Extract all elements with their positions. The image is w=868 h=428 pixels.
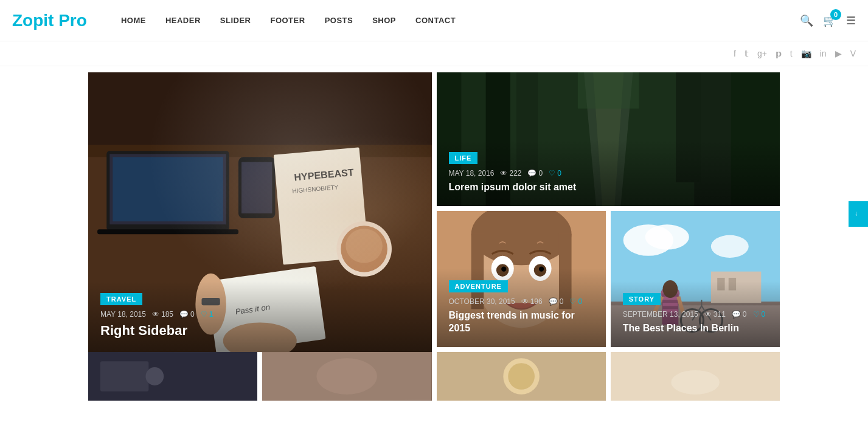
featured-comments: 💬 0 <box>179 310 195 319</box>
mid-right-meta: SEPTEMBER 13, 2015 👁 311 💬 0 ♡ 0 <box>623 310 768 319</box>
bottom-two-grid: ADVENTURE OCTOBER 30, 2015 👁 196 💬 0 ♡ 0… <box>437 211 780 347</box>
mid-right-comments: 💬 0 <box>732 310 747 319</box>
featured-likes: ♡ 1 <box>201 310 214 319</box>
social-bar: f 𝕥 g+ 𝗽 t 📷 in ▶ V <box>0 41 868 66</box>
menu-icon[interactable]: ☰ <box>846 14 856 27</box>
svg-text:HIGHSNOBIETY: HIGHSNOBIETY <box>292 184 339 195</box>
featured-meta: MAY 18, 2015 👁 185 💬 0 ♡ 1 <box>100 310 420 319</box>
mid-right-overlay: STORY SEPTEMBER 13, 2015 👁 311 💬 0 ♡ 0 T… <box>611 281 780 347</box>
svg-text:HYPEBEAST: HYPEBEAST <box>294 167 355 183</box>
site-header: Zopit Pro HOME HEADER SLIDER FOOTER POST… <box>0 0 868 41</box>
svg-rect-9 <box>274 147 369 264</box>
svg-point-68 <box>317 358 377 395</box>
tumblr-icon[interactable]: t <box>790 49 793 58</box>
vimeo-icon[interactable]: V <box>850 49 856 58</box>
svg-point-13 <box>341 226 387 272</box>
svg-point-71 <box>508 363 535 390</box>
mid-left-meta: OCTOBER 30, 2015 👁 196 💬 0 ♡ 0 <box>449 297 594 306</box>
svg-rect-7 <box>238 157 275 218</box>
mid-left-views: 👁 196 <box>521 297 543 306</box>
featured-post[interactable]: HYPEBEAST HIGHSNOBIETY Pass it on <box>88 72 432 352</box>
twitter-icon[interactable]: 𝕥 <box>745 49 749 58</box>
svg-rect-5 <box>113 157 223 221</box>
featured-category: TRAVEL <box>100 293 142 305</box>
mid-left-date: OCTOBER 30, 2015 <box>449 297 515 306</box>
side-tab[interactable]: ← <box>849 201 868 227</box>
top-right-category: LIFE <box>449 152 478 164</box>
svg-point-12 <box>336 221 392 277</box>
cart-badge: 0 <box>830 9 841 20</box>
nav-slider[interactable]: SLIDER <box>210 0 261 41</box>
top-right-post[interactable]: LIFE MAY 18, 2016 👁 222 💬 0 ♡ 0 Lorem ip… <box>437 72 780 206</box>
side-tab-arrow: ← <box>852 210 859 217</box>
thumb-3[interactable] <box>437 352 606 401</box>
main-nav: HOME HEADER SLIDER FOOTER POSTS SHOP CON… <box>111 0 800 41</box>
nav-posts[interactable]: POSTS <box>315 0 363 41</box>
mid-right-views: 👁 311 <box>704 310 726 319</box>
mid-right-title: The Best Places In Berlin <box>623 322 768 335</box>
site-logo[interactable]: Zopit Pro <box>12 11 87 30</box>
mid-left-comments: 💬 0 <box>549 297 564 306</box>
mid-left-title: Biggest trends in music for 2015 <box>449 309 594 335</box>
top-right-overlay: LIFE MAY 18, 2016 👁 222 💬 0 ♡ 0 Lorem ip… <box>437 140 780 206</box>
search-icon[interactable]: 🔍 <box>800 14 813 27</box>
svg-rect-8 <box>241 162 272 213</box>
linkedin-icon[interactable]: in <box>820 49 827 58</box>
nav-shop[interactable]: SHOP <box>363 0 406 41</box>
svg-rect-2 <box>88 145 432 157</box>
nav-footer[interactable]: FOOTER <box>260 0 314 41</box>
mid-right-post[interactable]: STORY SEPTEMBER 13, 2015 👁 311 💬 0 ♡ 0 T… <box>611 211 780 347</box>
svg-rect-6 <box>97 229 238 234</box>
thumb-4[interactable] <box>611 352 780 401</box>
top-right-date: MAY 18, 2016 <box>449 169 495 178</box>
instagram-icon[interactable]: 📷 <box>801 49 811 58</box>
nav-header[interactable]: HEADER <box>156 0 210 41</box>
svg-rect-3 <box>106 151 229 230</box>
featured-views: 👁 185 <box>152 310 173 319</box>
mid-right-likes: ♡ 0 <box>753 310 766 319</box>
main-grid: HYPEBEAST HIGHSNOBIETY Pass it on <box>88 72 780 352</box>
featured-overlay: TRAVEL MAY 18, 2015 👁 185 💬 0 ♡ 1 Right … <box>88 281 432 352</box>
bottom-thumbnail-row <box>88 352 780 401</box>
googleplus-icon[interactable]: g+ <box>757 49 767 58</box>
top-right-likes: ♡ 0 <box>549 169 561 178</box>
mid-left-overlay: ADVENTURE OCTOBER 30, 2015 👁 196 💬 0 ♡ 0… <box>437 268 606 347</box>
svg-point-14 <box>345 229 382 263</box>
mid-left-category: ADVENTURE <box>449 280 508 292</box>
header-icons: 🔍 🛒 0 ☰ <box>800 14 856 27</box>
top-right-views: 👁 222 <box>500 169 521 178</box>
youtube-icon[interactable]: ▶ <box>835 49 842 58</box>
content-area: HYPEBEAST HIGHSNOBIETY Pass it on <box>0 66 868 407</box>
svg-rect-28 <box>577 72 639 109</box>
top-right-comments: 💬 0 <box>527 169 543 178</box>
svg-rect-4 <box>109 154 226 224</box>
nav-home[interactable]: HOME <box>111 0 156 41</box>
mid-left-post[interactable]: ADVENTURE OCTOBER 30, 2015 👁 196 💬 0 ♡ 0… <box>437 211 606 347</box>
featured-date: MAY 18, 2015 <box>100 310 146 319</box>
facebook-icon[interactable]: f <box>734 49 736 58</box>
mid-left-likes: ♡ 0 <box>569 297 582 306</box>
svg-point-66 <box>145 367 164 385</box>
cart-icon[interactable]: 🛒 0 <box>823 14 836 27</box>
svg-point-44 <box>645 224 689 249</box>
svg-rect-65 <box>100 361 149 392</box>
nav-contact[interactable]: CONTACT <box>406 0 465 41</box>
mid-right-category: STORY <box>623 293 661 305</box>
svg-point-73 <box>671 370 720 395</box>
right-grid: LIFE MAY 18, 2016 👁 222 💬 0 ♡ 0 Lorem ip… <box>437 72 780 352</box>
top-right-title: Lorem ipsum dolor sit amet <box>449 181 768 194</box>
thumb-1[interactable] <box>88 352 257 401</box>
top-right-meta: MAY 18, 2016 👁 222 💬 0 ♡ 0 <box>449 169 768 178</box>
thumb-2[interactable] <box>262 352 431 401</box>
featured-title: Right Sidebar <box>100 322 420 340</box>
svg-point-45 <box>711 235 749 258</box>
mid-right-date: SEPTEMBER 13, 2015 <box>623 310 698 319</box>
pinterest-icon[interactable]: 𝗽 <box>776 49 782 58</box>
